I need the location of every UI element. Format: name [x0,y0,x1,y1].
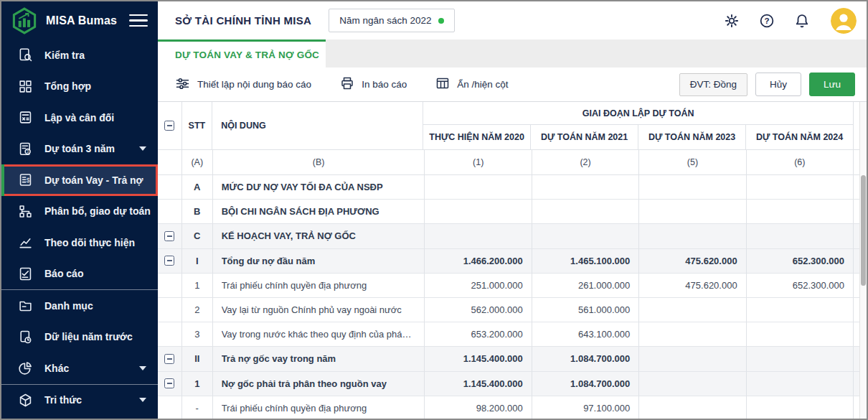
value-cell[interactable] [747,175,854,200]
sidebar-item-tong-hop[interactable]: Tổng hợp [1,71,158,103]
toggle-columns-button[interactable]: Ẩn /hiện cột [435,76,508,93]
value-cell[interactable]: 1.145.400.000 [425,347,532,371]
budget-year-selector[interactable]: Năm ngân sách 2022 [329,9,454,32]
value-cell[interactable]: 561.000.000 [532,298,639,322]
value-cell[interactable] [747,372,854,396]
svg-text:3: 3 [27,149,29,154]
code-row: (A) (B) (1) (2) (5) (6) [158,150,859,175]
collapse-minus-icon[interactable] [164,256,174,266]
sidebar-item-tri-thuc[interactable]: Tri thức [1,385,158,416]
value-cell[interactable] [639,200,746,224]
cancel-button[interactable]: Hủy [755,73,801,96]
calculator-icon [17,110,33,126]
collapse-minus-icon[interactable] [164,231,174,241]
vertical-scrollbar[interactable] [859,102,867,419]
row-stt: C [182,224,213,248]
row-collapse-cell [158,372,182,396]
group-header: GIAI ĐOẠN LẬP DỰ TOÁN [423,102,854,125]
value-cell[interactable] [747,224,854,248]
sidebar-item-khac[interactable]: Khác [1,353,158,384]
value-cell[interactable]: 652.300.000 [747,274,854,298]
chevron-down-icon [139,146,146,151]
value-cell[interactable] [747,200,854,224]
sidebar-item-danh-muc[interactable]: Danh mục [1,290,158,322]
unit-selector[interactable]: ĐVT: Đồng [679,73,747,96]
scrollbar-thumb[interactable] [861,175,866,286]
row-content: Tổng dư nợ đầu năm [213,249,425,274]
value-cell[interactable]: 1.466.200.000 [425,249,532,274]
toggle-columns-label: Ẩn /hiện cột [457,79,508,90]
row-content: Vay lại từ nguồn Chính phủ vay ngoài nướ… [213,298,425,322]
app-title: MISA Bumas [46,14,129,27]
collapse-minus-icon[interactable] [164,378,174,388]
value-cell[interactable]: 475.620.000 [639,249,746,274]
report-settings-button[interactable]: Thiết lập nội dung báo cáo [175,76,311,93]
value-cell[interactable] [425,175,532,200]
value-cell[interactable]: 1.145.400.000 [425,372,532,396]
value-cell[interactable] [747,347,854,371]
collapse-all-minus-icon[interactable] [164,121,174,131]
print-report-button[interactable]: In báo cáo [340,76,407,93]
collapse-all-cell [158,102,182,150]
document-clock-icon [17,329,33,345]
tab-du-toan-vay-tra-no-goc[interactable]: DỰ TOÁN VAY & TRẢ NỢ GỐC [158,39,326,67]
value-cell[interactable] [532,175,639,200]
value-cell[interactable]: 652.300.000 [747,249,854,274]
value-cell[interactable] [639,322,746,347]
sidebar-item-kiem-tra[interactable]: Kiểm tra [1,39,158,71]
value-cell[interactable] [747,298,854,322]
settings-gear-icon[interactable] [724,13,740,29]
sidebar-item-phan-bo-giao-du-toan[interactable]: Phân bổ, giao dự toán [1,196,158,228]
sidebar-item-theo-doi-thuc-hien[interactable]: Theo dõi thực hiện [1,227,158,258]
value-cell[interactable]: 562.000.000 [425,298,532,322]
value-cell[interactable] [425,200,532,224]
sidebar-item-bao-cao[interactable]: Báo cáo [1,258,158,290]
code-6: (6) [747,150,854,175]
sidebar-item-label: Danh mục [44,300,149,312]
value-cell[interactable] [639,396,746,419]
value-cell[interactable] [747,322,854,347]
sidebar-item-lap-va-can-doi[interactable]: Lập và cân đối [1,102,158,134]
value-cell[interactable] [747,396,854,419]
notifications-bell-icon[interactable] [794,13,810,29]
value-cell[interactable]: 98.200.000 [425,396,532,419]
sidebar-item-du-lieu-nam-truoc[interactable]: Dữ liệu năm trước [1,322,158,353]
value-cell[interactable] [425,224,532,248]
value-cell[interactable]: 1.084.700.000 [532,372,639,396]
table-row: 1Trái phiếu chính quyền địa phương251.00… [158,274,859,298]
value-cell[interactable] [639,175,746,200]
user-avatar[interactable] [831,8,857,34]
value-cell[interactable] [639,298,746,322]
value-cell[interactable]: 1.465.100.000 [532,249,639,274]
topbar: SỞ TÀI CHÍNH TỈNH MISA Năm ngân sách 202… [158,1,867,39]
value-cell[interactable]: 97.100.000 [532,396,639,419]
collapse-minus-icon[interactable] [164,354,174,364]
row-collapse-cell [158,347,182,371]
value-cell[interactable]: 251.000.000 [425,274,532,298]
row-collapse-cell [158,298,182,322]
help-icon[interactable]: ? [759,13,775,29]
cube-icon [17,392,33,408]
value-cell[interactable]: 261.000.000 [532,274,639,298]
row-content: MỨC DƯ NỢ VAY TỐI ĐA CỦA NSĐP [213,175,425,200]
report-icon [17,266,33,281]
value-cell[interactable] [639,372,746,396]
save-button[interactable]: Lưu [809,73,855,96]
value-cell[interactable] [639,347,746,371]
value-cell[interactable]: 653.200.000 [425,322,532,347]
value-cell[interactable] [639,224,746,248]
value-cell[interactable] [532,200,639,224]
value-cell[interactable]: 643.100.000 [532,322,639,347]
value-cell[interactable] [532,224,639,248]
menu-toggle-button[interactable] [129,11,148,30]
chevron-down-icon [139,398,146,402]
misa-bumas-logo-icon [9,6,40,35]
value-cell[interactable]: 1.084.700.000 [532,347,639,371]
row-content: Nợ gốc phải trả phân theo nguồn vay [213,372,425,396]
value-cell[interactable]: 475.620.000 [639,274,746,298]
sidebar-item-du-toan-3-nam[interactable]: 3Dự toán 3 năm [1,134,158,165]
sidebar-item-du-toan-vay-tra-no[interactable]: $Dự toán Vay - Trả nợ [1,164,158,196]
spacer-cell [854,224,859,248]
table-area: STT NỘI DUNG GIAI ĐOẠN LẬP DỰ TOÁN THỰC … [158,102,867,419]
budget-year-label: Năm ngân sách 2022 [339,15,431,26]
